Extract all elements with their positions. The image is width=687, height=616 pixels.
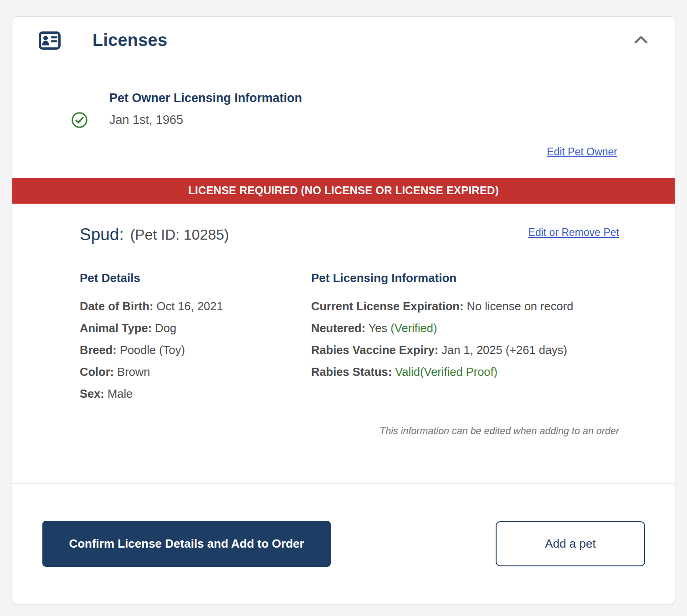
verified-value: (Verified) — [390, 322, 437, 334]
pet-id: (Pet ID: 10285) — [130, 223, 229, 246]
detail-label: Current License Expiration: — [311, 300, 463, 313]
pet-licensing-row: Rabies Vaccine Expiry: Jan 1, 2025 (+261… — [311, 339, 619, 361]
detail-value: Oct 16, 2021 — [157, 300, 223, 313]
pet-licensing-row: Neutered: Yes (Verified) — [311, 317, 619, 339]
pet-section: Spud: (Pet ID: 10285) Edit or Remove Pet… — [12, 204, 675, 483]
detail-label: Color: — [80, 365, 114, 378]
licenses-card: Licenses Pet Owner Licensing Information… — [12, 16, 675, 604]
license-required-banner: LICENSE REQUIRED (NO LICENSE OR LICENSE … — [12, 178, 675, 204]
owner-date-of-birth: Jan 1st, 1965 — [109, 109, 675, 131]
card-title: Licenses — [92, 31, 167, 50]
pet-licensing-column: Pet Licensing Information Current Licens… — [311, 271, 619, 405]
pet-owner-section-title: Pet Owner Licensing Information — [109, 87, 675, 109]
detail-label: Date of Birth: — [80, 300, 154, 313]
pet-name: Spud: — [80, 223, 124, 246]
edit-pet-owner-link[interactable]: Edit Pet Owner — [547, 146, 617, 158]
pet-detail-row: Sex: Male — [80, 383, 311, 405]
pet-detail-row: Animal Type: Dog — [80, 317, 311, 339]
edit-or-remove-pet-link[interactable]: Edit or Remove Pet — [528, 226, 619, 239]
id-card-icon — [39, 31, 61, 50]
detail-label: Breed: — [80, 344, 117, 356]
detail-label: Rabies Vaccine Expiry: — [311, 344, 438, 356]
pet-detail-row: Breed: Poodle (Toy) — [80, 339, 311, 361]
license-required-banner-text: LICENSE REQUIRED (NO LICENSE OR LICENSE … — [188, 184, 499, 196]
detail-value: Yes — [369, 322, 388, 334]
pet-details-title: Pet Details — [80, 271, 311, 285]
pet-detail-row: Date of Birth: Oct 16, 2021 — [80, 295, 311, 317]
detail-label: Rabies Status: — [311, 365, 392, 378]
check-circle-icon — [71, 109, 109, 131]
verified-value: Valid(Verified Proof) — [395, 365, 497, 378]
edit-note: This information can be edited when addi… — [80, 426, 619, 483]
add-a-pet-button[interactable]: Add a pet — [496, 521, 645, 566]
detail-label: Animal Type: — [80, 322, 152, 334]
card-footer: Confirm License Details and Add to Order… — [12, 483, 675, 604]
detail-value: No license on record — [467, 300, 574, 313]
pet-licensing-title: Pet Licensing Information — [311, 271, 619, 285]
detail-value: Brown — [117, 365, 150, 378]
pet-licensing-row: Rabies Status: Valid(Verified Proof) — [311, 361, 619, 383]
collapse-section-button[interactable] — [631, 32, 651, 48]
pet-detail-row: Color: Brown — [80, 361, 311, 383]
pet-licensing-row: Current License Expiration: No license o… — [311, 295, 619, 317]
detail-value: Male — [108, 387, 133, 400]
chevron-up-icon — [634, 35, 648, 46]
detail-value: Poodle (Toy) — [120, 344, 185, 356]
detail-label: Sex: — [80, 387, 104, 400]
detail-label: Neutered: — [311, 322, 365, 334]
detail-value: Jan 1, 2025 (+261 days) — [441, 344, 567, 356]
pet-details-column: Pet Details Date of Birth: Oct 16, 2021 … — [80, 271, 311, 405]
card-header: Licenses — [12, 17, 675, 64]
detail-value: Dog — [155, 322, 176, 334]
pet-owner-section: Pet Owner Licensing Information Jan 1st,… — [12, 64, 675, 159]
confirm-license-button[interactable]: Confirm License Details and Add to Order — [42, 521, 331, 567]
